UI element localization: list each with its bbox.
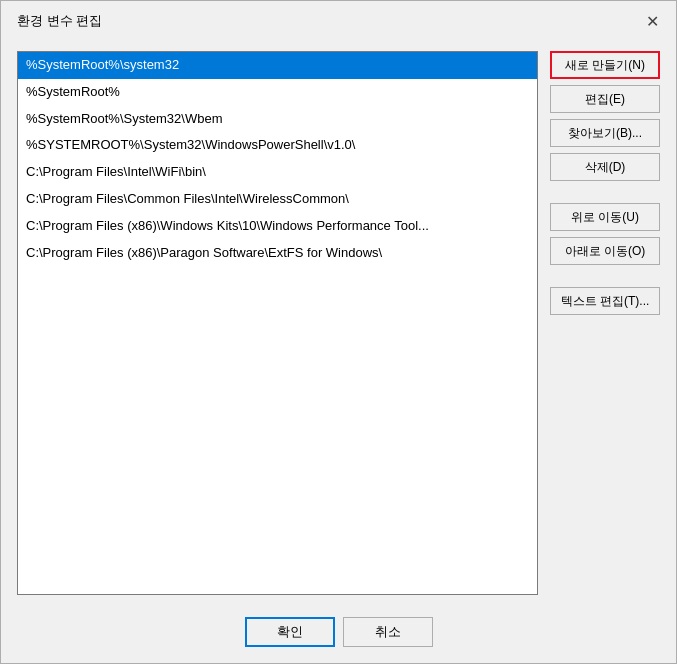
- list-item[interactable]: C:\Program Files\Intel\WiFi\bin\: [18, 159, 537, 186]
- list-item[interactable]: C:\Program Files\Common Files\Intel\Wire…: [18, 186, 537, 213]
- list-item[interactable]: C:\Program Files (x86)\Windows Kits\10\W…: [18, 213, 537, 240]
- list-item[interactable]: %SYSTEMROOT%\System32\WindowsPowerShell\…: [18, 132, 537, 159]
- new-button[interactable]: 새로 만들기(N): [550, 51, 660, 79]
- dialog-footer: 확인 취소: [1, 607, 676, 663]
- delete-button[interactable]: 삭제(D): [550, 153, 660, 181]
- action-buttons-panel: 새로 만들기(N) 편집(E) 찾아보기(B)... 삭제(D) 위로 이동(U…: [550, 51, 660, 595]
- move-up-button[interactable]: 위로 이동(U): [550, 203, 660, 231]
- list-item[interactable]: C:\Program Files (x86)\Paragon Software\…: [18, 240, 537, 267]
- title-bar: 환경 변수 편집 ✕: [1, 1, 676, 39]
- edit-button[interactable]: 편집(E): [550, 85, 660, 113]
- list-item[interactable]: %SystemRoot%: [18, 79, 537, 106]
- browse-button[interactable]: 찾아보기(B)...: [550, 119, 660, 147]
- move-down-button[interactable]: 아래로 이동(O): [550, 237, 660, 265]
- dialog-title: 환경 변수 편집: [17, 12, 102, 30]
- list-item[interactable]: %SystemRoot%\system32: [18, 52, 537, 79]
- environment-variables-dialog: 환경 변수 편집 ✕ %SystemRoot%\system32%SystemR…: [0, 0, 677, 664]
- path-list-panel[interactable]: %SystemRoot%\system32%SystemRoot%%System…: [17, 51, 538, 595]
- ok-button[interactable]: 확인: [245, 617, 335, 647]
- list-item[interactable]: %SystemRoot%\System32\Wbem: [18, 106, 537, 133]
- dialog-content: %SystemRoot%\system32%SystemRoot%%System…: [1, 39, 676, 607]
- close-button[interactable]: ✕: [640, 9, 664, 33]
- cancel-button[interactable]: 취소: [343, 617, 433, 647]
- text-edit-button[interactable]: 텍스트 편집(T)...: [550, 287, 660, 315]
